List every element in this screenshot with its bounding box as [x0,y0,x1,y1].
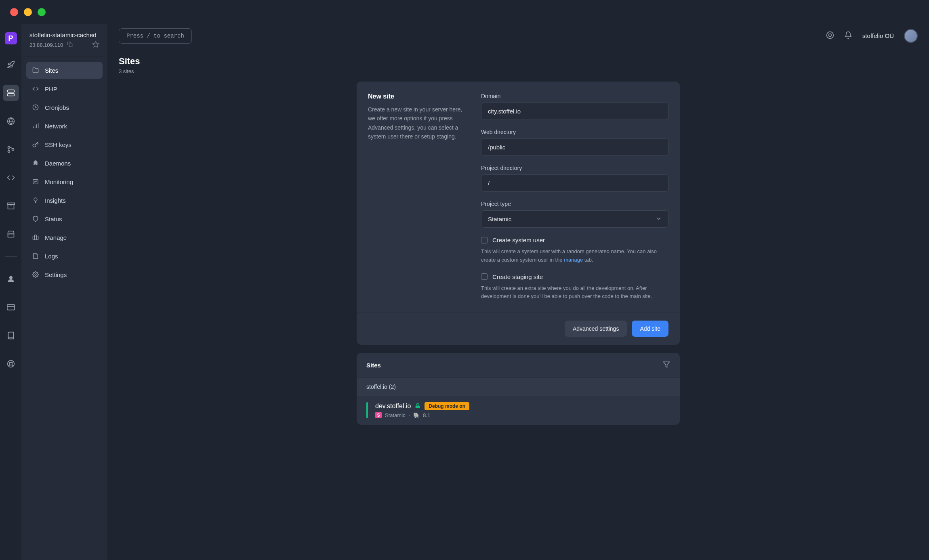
gear-icon [32,271,39,278]
staging-checkbox[interactable] [481,273,488,280]
nav-label: Status [45,216,62,222]
svg-rect-20 [69,44,72,47]
key-icon [32,141,39,148]
window-titlebar [0,0,929,24]
nav-daemons[interactable]: Daemons [26,155,103,172]
svg-line-19 [8,365,10,366]
rail-divider [5,256,17,257]
maximize-window-button[interactable] [38,8,46,16]
site-group-header[interactable]: stoffel.io (2) [357,378,680,396]
page-title: Sites [119,56,918,67]
signal-icon [32,122,39,130]
projdir-label: Project directory [481,165,668,171]
user-icon[interactable] [3,271,19,287]
sidebar-nav: Sites PHP Cronjobs Network SSH keys [21,57,107,288]
php-icon: 🐘 [413,412,420,418]
star-icon[interactable] [92,41,99,49]
bell-icon[interactable] [844,31,852,40]
server-icon[interactable] [3,85,19,101]
code-icon[interactable] [3,170,19,186]
svg-rect-0 [7,90,14,92]
file-icon [32,252,39,260]
credit-card-icon[interactable] [3,299,19,315]
briefcase-icon [32,234,39,241]
user-name[interactable]: stoffelio OÜ [862,32,894,39]
book-icon[interactable] [3,327,19,344]
rocket-icon[interactable] [3,57,19,73]
nav-settings[interactable]: Settings [26,266,103,283]
svg-line-17 [12,365,13,366]
card-description: Create a new site in your server here, w… [368,105,465,141]
shop-icon[interactable] [3,226,19,242]
svg-marker-21 [93,42,99,47]
svg-point-31 [827,32,834,39]
nav-label: Manage [45,234,67,241]
staging-label: Create staging site [492,273,543,280]
tech-badge-icon: S [375,412,382,418]
advanced-settings-button[interactable]: Advanced settings [565,321,627,337]
nav-network[interactable]: Network [26,117,103,134]
domain-input[interactable] [481,103,668,120]
debug-badge: Debug mode on [425,402,469,410]
svg-rect-34 [416,405,420,408]
archive-icon[interactable] [3,198,19,214]
nav-manage[interactable]: Manage [26,229,103,246]
copy-icon[interactable] [67,42,73,48]
page-header: Sites 3 sites [107,47,929,82]
bulb-icon [32,197,39,204]
nav-label: Insights [45,197,66,204]
server-info: stoffelio-statamic-cached 23.88.109.110 [21,24,107,57]
projdir-input[interactable] [481,174,668,192]
filter-icon[interactable] [663,361,670,369]
nav-monitoring[interactable]: Monitoring [26,173,103,190]
svg-point-8 [12,149,14,151]
domain-label: Domain [481,93,668,99]
nav-php[interactable]: PHP [26,80,103,97]
site-name: dev.stoffel.io [375,403,411,410]
svg-rect-1 [7,94,14,96]
manage-link[interactable]: manage [564,257,583,263]
create-user-label: Create system user [492,237,545,243]
nav-label: Monitoring [45,178,73,185]
create-user-checkbox[interactable] [481,237,488,243]
webdir-input[interactable] [481,138,668,156]
type-select[interactable]: Statamic [481,210,668,228]
site-list-item[interactable]: dev.stoffel.io Debug mode on S Statamic … [357,396,680,425]
folder-icon [32,67,39,74]
app-logo[interactable]: P [5,32,17,44]
nav-ssh-keys[interactable]: SSH keys [26,136,103,153]
target-icon[interactable] [826,31,834,40]
staging-help: This will create an extra site where you… [481,284,668,301]
close-window-button[interactable] [10,8,18,16]
sites-list-card: Sites stoffel.io (2) dev.stoffel.io [357,353,680,425]
server-ip: 23.88.109.110 [29,42,63,48]
svg-point-30 [35,274,36,275]
svg-rect-12 [7,304,14,310]
nav-logs[interactable]: Logs [26,247,103,264]
icon-rail: P [0,24,21,560]
shield-icon [32,215,39,222]
nav-label: Logs [45,253,58,260]
new-site-card: New site Create a new site in your serve… [357,82,680,345]
add-site-button[interactable]: Add site [632,321,668,337]
svg-marker-33 [664,362,670,367]
branches-icon[interactable] [3,141,19,157]
status-indicator [366,402,368,418]
minimize-window-button[interactable] [24,8,32,16]
user-avatar[interactable] [904,29,918,43]
nav-label: Daemons [45,160,71,167]
nav-status[interactable]: Status [26,210,103,227]
globe-icon[interactable] [3,113,19,129]
lock-icon [415,403,420,410]
nav-insights[interactable]: Insights [26,192,103,209]
svg-point-7 [8,151,10,153]
php-version: 8.1 [423,412,430,418]
nav-cronjobs[interactable]: Cronjobs [26,99,103,116]
nav-sites[interactable]: Sites [26,62,103,79]
page-subtitle: 3 sites [119,68,918,74]
clock-icon [32,104,39,111]
search-button[interactable]: Press / to search [119,28,192,44]
help-icon[interactable] [3,356,19,372]
type-label: Project type [481,201,668,207]
svg-line-16 [8,361,10,363]
